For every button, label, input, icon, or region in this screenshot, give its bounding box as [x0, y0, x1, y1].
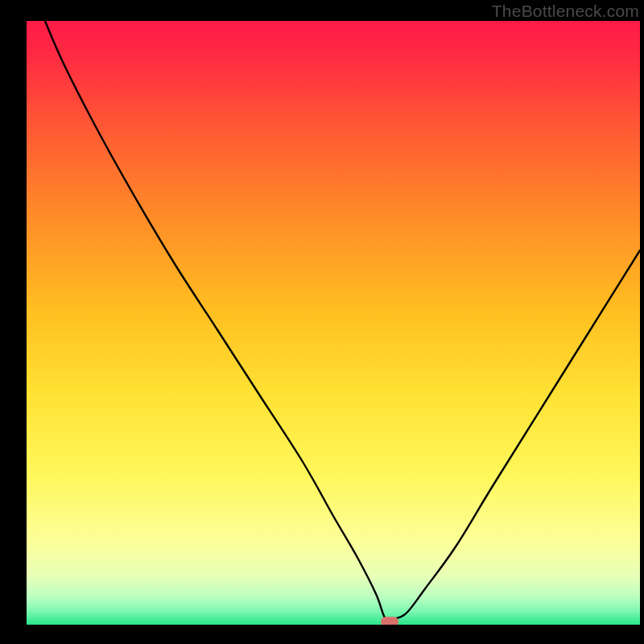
- watermark-text: TheBottleneck.com: [492, 2, 639, 21]
- chart-frame: TheBottleneck.com: [0, 0, 644, 644]
- gradient-background: [27, 21, 640, 625]
- optimal-point-marker: [381, 617, 398, 625]
- bottleneck-chart: [27, 21, 640, 625]
